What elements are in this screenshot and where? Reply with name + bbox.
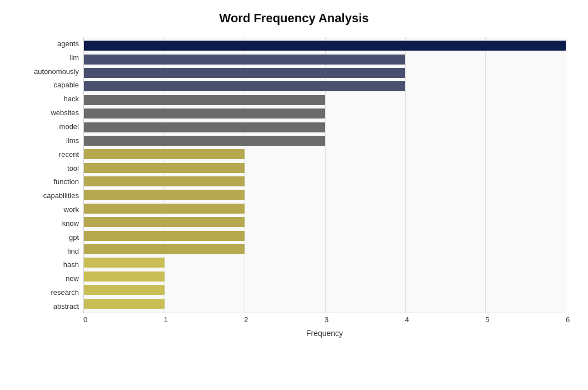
chart-title: Word Frequency Analysis	[22, 11, 566, 26]
y-label: research	[51, 289, 79, 296]
y-label: gpt	[69, 234, 79, 241]
bar	[84, 231, 245, 241]
bar-row	[84, 203, 566, 215]
bar-row	[84, 121, 566, 134]
bar	[84, 68, 405, 78]
y-label: autonomously	[34, 68, 79, 75]
bars-grid	[83, 37, 566, 313]
y-label: capable	[53, 81, 79, 88]
bar-row	[84, 80, 566, 92]
bar	[84, 41, 566, 51]
y-label: websites	[51, 109, 79, 116]
y-label: new	[66, 275, 79, 282]
bar	[84, 217, 245, 227]
chart-container: Word Frequency Analysis agentsllmautonom…	[0, 0, 588, 390]
bar-row	[84, 216, 566, 228]
y-labels: agentsllmautonomouslycapablehackwebsites…	[22, 37, 83, 313]
chart-area: agentsllmautonomouslycapablehackwebsites…	[22, 37, 566, 338]
bar	[84, 258, 165, 268]
bar-row	[84, 148, 566, 160]
bar	[84, 108, 325, 119]
bar	[84, 299, 165, 309]
bar-row	[84, 94, 566, 106]
bar-row	[84, 256, 566, 269]
y-label: work	[64, 206, 79, 213]
bar	[84, 285, 165, 295]
bar	[84, 95, 325, 105]
bar	[84, 136, 325, 146]
bar-row	[84, 67, 566, 79]
bar	[84, 81, 405, 91]
bar	[84, 149, 245, 159]
y-label: function	[53, 178, 79, 185]
y-label: abstract	[53, 303, 79, 310]
bar-row	[84, 40, 566, 52]
y-label: hash	[63, 261, 79, 268]
bar	[84, 55, 405, 65]
bar-row	[84, 298, 566, 310]
bar	[84, 271, 165, 282]
y-label: llms	[66, 137, 79, 144]
y-label: know	[62, 220, 79, 227]
bar-row	[84, 230, 566, 242]
bar	[84, 176, 245, 186]
bar-row	[84, 284, 566, 296]
x-axis: 0123456	[83, 313, 566, 315]
bar-row	[84, 270, 566, 283]
bars-section: agentsllmautonomouslycapablehackwebsites…	[22, 37, 566, 313]
bar-row	[84, 189, 566, 201]
bar	[84, 122, 325, 132]
bar	[84, 163, 245, 173]
y-label: agents	[57, 40, 79, 47]
y-label: recent	[59, 151, 79, 158]
y-label: hack	[64, 95, 79, 102]
bar-row	[84, 107, 566, 120]
x-axis-label: Frequency	[83, 329, 566, 338]
bar-row	[84, 175, 566, 187]
bar-row	[84, 162, 566, 174]
bar	[84, 190, 245, 200]
y-label: capabilities	[43, 192, 79, 199]
bar	[84, 204, 245, 214]
y-label: find	[67, 248, 79, 255]
bar-row	[84, 135, 566, 147]
y-label: tool	[67, 165, 79, 172]
bar-row	[84, 243, 566, 255]
y-label: model	[59, 123, 79, 130]
grid-line	[566, 37, 566, 313]
bar-row	[84, 53, 566, 66]
y-label: llm	[69, 54, 79, 61]
bar	[84, 244, 245, 254]
